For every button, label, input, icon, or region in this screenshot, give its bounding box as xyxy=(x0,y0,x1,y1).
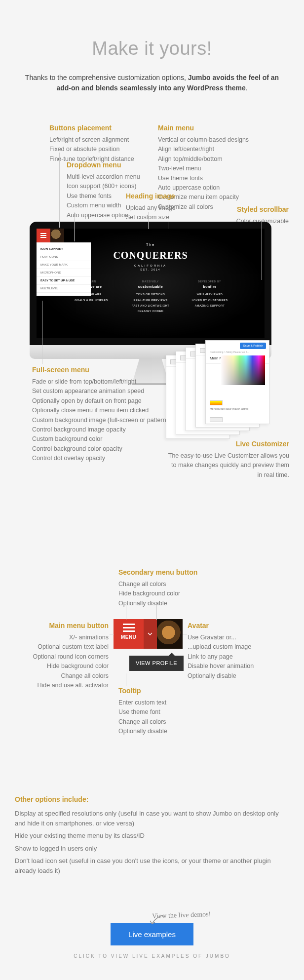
feature-avatar: Avatar Use Gravatar or... ...upload cust… xyxy=(188,621,286,681)
page-title: Make it yours! xyxy=(15,35,289,63)
other-option-item: Show to logged in users only xyxy=(15,844,289,854)
feature-buttons-placement: Buttons placement Left/right of screen a… xyxy=(49,123,148,164)
callout-line xyxy=(74,212,75,241)
imac-screen: ICON SUPPORT PLAY ICONS MAKE YOUR MARK M… xyxy=(30,222,271,345)
menu-button-demo: MENU VIEW PROFILE xyxy=(114,619,183,671)
callout-line xyxy=(156,602,157,620)
callout-line xyxy=(110,634,114,634)
callout-line xyxy=(148,212,149,229)
button-detail-area: Secondary menu button Change all colors … xyxy=(15,567,289,755)
imac-feature-area: Buttons placement Left/right of screen a… xyxy=(15,123,289,478)
feature-title: Main menu button xyxy=(20,621,109,631)
cta-subtext: CLICK TO VIEW LIVE EXAMPLES OF JUMBO xyxy=(15,952,289,960)
secondary-menu-button-demo xyxy=(144,619,156,649)
page-subtitle: Thanks to the comprehensive customizatio… xyxy=(15,73,289,93)
feature-title: Buttons placement xyxy=(49,123,148,133)
callout-line xyxy=(168,195,168,229)
avatar-thumb xyxy=(50,229,64,242)
callout-line xyxy=(42,301,42,364)
feature-live-customizer: Live Customizer The easy-to-use Live Cus… xyxy=(166,439,289,480)
feature-title: Live Customizer xyxy=(166,439,289,449)
feature-title: Avatar xyxy=(188,621,286,631)
feature-title: Tooltip xyxy=(118,686,217,696)
feature-tooltip: Tooltip Enter custom text Use theme font… xyxy=(118,686,217,737)
cta-section: View the live demos! Live examples CLICK… xyxy=(15,910,289,960)
customizer-panels: Save & Publish Customizing > Sticky Head… xyxy=(166,340,289,439)
callout-line xyxy=(59,153,60,228)
color-picker xyxy=(221,355,265,385)
other-option-item: Don't load icon set (useful in case you … xyxy=(15,856,289,875)
feature-title: Dropdown menu xyxy=(67,160,165,170)
other-options: Other options include: Display at specif… xyxy=(15,794,289,875)
feature-title: Main menu xyxy=(158,123,271,133)
callout-line xyxy=(262,221,262,280)
other-options-title: Other options include: xyxy=(15,794,289,805)
feature-title: Full-screen menu xyxy=(32,365,180,375)
callout-line xyxy=(126,673,126,686)
save-publish-button: Save & Publish xyxy=(240,343,266,349)
other-option-item: Hide your existing theme menu by its cla… xyxy=(15,831,289,841)
feature-main-menu-button: Main menu button X/- animations Optional… xyxy=(20,621,109,690)
callout-line xyxy=(126,602,156,602)
other-option-item: Display at specified resolutions only (u… xyxy=(15,809,289,828)
callout-line xyxy=(126,602,126,620)
main-menu-button-demo: MENU xyxy=(114,619,144,649)
feature-heading-image: Heading image Upload any image Set custo… xyxy=(126,191,200,223)
callout-line xyxy=(183,634,187,634)
arrow-icon xyxy=(147,913,167,928)
tooltip-demo: VIEW PROFILE xyxy=(129,656,184,671)
feature-title: Heading image xyxy=(126,191,200,201)
chevron-down-icon xyxy=(148,631,152,636)
dropdown-panel-demo: ICON SUPPORT PLAY ICONS MAKE YOUR MARK M… xyxy=(37,242,91,296)
feature-title: Styled scrollbar xyxy=(200,204,289,215)
hamburger-icon xyxy=(37,229,50,242)
feature-title: Secondary menu button xyxy=(118,567,227,578)
feature-fullscreen-menu: Full-screen menu Fade or slide from top/… xyxy=(32,365,180,463)
hamburger-icon xyxy=(123,627,135,628)
avatar-demo xyxy=(157,619,183,649)
